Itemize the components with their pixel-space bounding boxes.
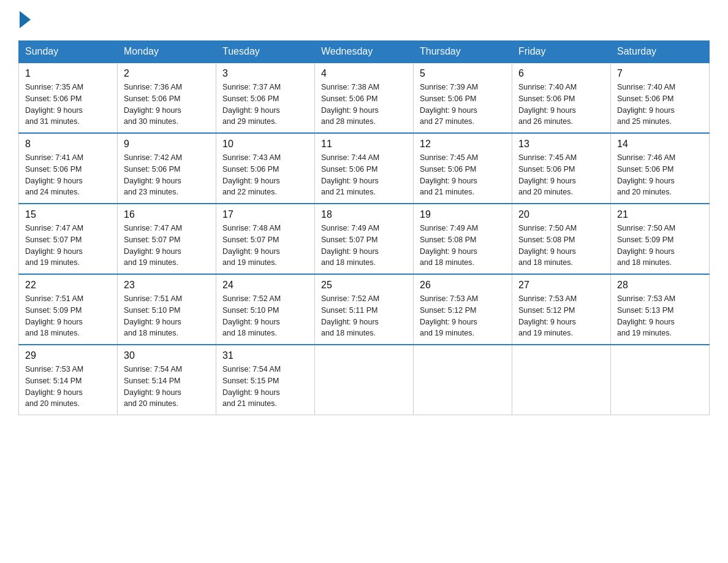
day-info: Sunrise: 7:47 AM Sunset: 5:07 PM Dayligh… [25, 223, 111, 269]
day-number: 19 [420, 209, 506, 220]
day-info: Sunrise: 7:51 AM Sunset: 5:10 PM Dayligh… [124, 293, 210, 339]
calendar-cell: 19 Sunrise: 7:49 AM Sunset: 5:08 PM Dayl… [414, 204, 512, 274]
calendar-week-row: 29 Sunrise: 7:53 AM Sunset: 5:14 PM Dayl… [19, 345, 710, 415]
day-number: 3 [222, 68, 308, 79]
calendar-cell: 22 Sunrise: 7:51 AM Sunset: 5:09 PM Dayl… [19, 274, 118, 345]
day-info: Sunrise: 7:35 AM Sunset: 5:06 PM Dayligh… [25, 82, 111, 128]
calendar-table: SundayMondayTuesdayWednesdayThursdayFrid… [18, 40, 710, 415]
calendar-cell: 7 Sunrise: 7:40 AM Sunset: 5:06 PM Dayli… [611, 63, 710, 133]
calendar-cell: 25 Sunrise: 7:52 AM Sunset: 5:11 PM Dayl… [315, 274, 414, 345]
day-info: Sunrise: 7:53 AM Sunset: 5:13 PM Dayligh… [617, 293, 703, 339]
day-number: 5 [420, 68, 506, 79]
calendar-cell [414, 345, 512, 415]
calendar-cell: 29 Sunrise: 7:53 AM Sunset: 5:14 PM Dayl… [19, 345, 118, 415]
day-number: 29 [25, 350, 111, 361]
calendar-week-row: 15 Sunrise: 7:47 AM Sunset: 5:07 PM Dayl… [19, 204, 710, 274]
calendar-cell: 10 Sunrise: 7:43 AM Sunset: 5:06 PM Dayl… [216, 133, 315, 204]
day-info: Sunrise: 7:49 AM Sunset: 5:08 PM Dayligh… [420, 223, 506, 269]
day-number: 24 [222, 280, 308, 291]
day-number: 1 [25, 68, 111, 79]
day-info: Sunrise: 7:53 AM Sunset: 5:12 PM Dayligh… [420, 293, 506, 339]
day-number: 14 [617, 139, 703, 150]
calendar-cell [512, 345, 611, 415]
calendar-cell: 23 Sunrise: 7:51 AM Sunset: 5:10 PM Dayl… [118, 274, 216, 345]
day-number: 9 [124, 139, 210, 150]
day-number: 10 [222, 139, 308, 150]
calendar-cell: 12 Sunrise: 7:45 AM Sunset: 5:06 PM Dayl… [414, 133, 512, 204]
day-info: Sunrise: 7:51 AM Sunset: 5:09 PM Dayligh… [25, 293, 111, 339]
calendar-cell: 26 Sunrise: 7:53 AM Sunset: 5:12 PM Dayl… [414, 274, 512, 345]
calendar-cell: 4 Sunrise: 7:38 AM Sunset: 5:06 PM Dayli… [315, 63, 414, 133]
day-info: Sunrise: 7:54 AM Sunset: 5:14 PM Dayligh… [124, 364, 210, 410]
day-number: 11 [321, 139, 407, 150]
weekday-header-tuesday: Tuesday [216, 41, 315, 63]
day-number: 18 [321, 209, 407, 220]
calendar-header-row: SundayMondayTuesdayWednesdayThursdayFrid… [19, 41, 710, 63]
day-number: 27 [518, 280, 604, 291]
day-info: Sunrise: 7:39 AM Sunset: 5:06 PM Dayligh… [420, 82, 506, 128]
day-info: Sunrise: 7:54 AM Sunset: 5:15 PM Dayligh… [222, 364, 308, 410]
calendar-cell: 28 Sunrise: 7:53 AM Sunset: 5:13 PM Dayl… [611, 274, 710, 345]
day-number: 26 [420, 280, 506, 291]
calendar-cell: 5 Sunrise: 7:39 AM Sunset: 5:06 PM Dayli… [414, 63, 512, 133]
day-info: Sunrise: 7:46 AM Sunset: 5:06 PM Dayligh… [617, 152, 703, 198]
calendar-cell: 13 Sunrise: 7:45 AM Sunset: 5:06 PM Dayl… [512, 133, 611, 204]
calendar-cell: 30 Sunrise: 7:54 AM Sunset: 5:14 PM Dayl… [118, 345, 216, 415]
day-info: Sunrise: 7:50 AM Sunset: 5:08 PM Dayligh… [518, 223, 604, 269]
day-number: 28 [617, 280, 703, 291]
day-number: 17 [222, 209, 308, 220]
day-info: Sunrise: 7:43 AM Sunset: 5:06 PM Dayligh… [222, 152, 308, 198]
calendar-cell: 18 Sunrise: 7:49 AM Sunset: 5:07 PM Dayl… [315, 204, 414, 274]
calendar-cell: 24 Sunrise: 7:52 AM Sunset: 5:10 PM Dayl… [216, 274, 315, 345]
day-number: 31 [222, 350, 308, 361]
calendar-cell: 3 Sunrise: 7:37 AM Sunset: 5:06 PM Dayli… [216, 63, 315, 133]
calendar-week-row: 22 Sunrise: 7:51 AM Sunset: 5:09 PM Dayl… [19, 274, 710, 345]
calendar-cell: 20 Sunrise: 7:50 AM Sunset: 5:08 PM Dayl… [512, 204, 611, 274]
day-number: 2 [124, 68, 210, 79]
weekday-header-friday: Friday [512, 41, 611, 63]
day-info: Sunrise: 7:36 AM Sunset: 5:06 PM Dayligh… [124, 82, 210, 128]
calendar-cell [315, 345, 414, 415]
calendar-cell: 9 Sunrise: 7:42 AM Sunset: 5:06 PM Dayli… [118, 133, 216, 204]
page-header [18, 12, 710, 28]
logo [18, 12, 31, 28]
day-number: 13 [518, 139, 604, 150]
day-info: Sunrise: 7:49 AM Sunset: 5:07 PM Dayligh… [321, 223, 407, 269]
day-info: Sunrise: 7:45 AM Sunset: 5:06 PM Dayligh… [420, 152, 506, 198]
calendar-cell: 8 Sunrise: 7:41 AM Sunset: 5:06 PM Dayli… [19, 133, 118, 204]
day-number: 16 [124, 209, 210, 220]
day-info: Sunrise: 7:52 AM Sunset: 5:10 PM Dayligh… [222, 293, 308, 339]
day-info: Sunrise: 7:37 AM Sunset: 5:06 PM Dayligh… [222, 82, 308, 128]
day-info: Sunrise: 7:41 AM Sunset: 5:06 PM Dayligh… [25, 152, 111, 198]
calendar-cell: 6 Sunrise: 7:40 AM Sunset: 5:06 PM Dayli… [512, 63, 611, 133]
day-number: 6 [518, 68, 604, 79]
day-info: Sunrise: 7:53 AM Sunset: 5:12 PM Dayligh… [518, 293, 604, 339]
day-info: Sunrise: 7:50 AM Sunset: 5:09 PM Dayligh… [617, 223, 703, 269]
calendar-week-row: 1 Sunrise: 7:35 AM Sunset: 5:06 PM Dayli… [19, 63, 710, 133]
day-info: Sunrise: 7:47 AM Sunset: 5:07 PM Dayligh… [124, 223, 210, 269]
weekday-header-wednesday: Wednesday [315, 41, 414, 63]
day-number: 25 [321, 280, 407, 291]
weekday-header-saturday: Saturday [611, 41, 710, 63]
calendar-cell: 21 Sunrise: 7:50 AM Sunset: 5:09 PM Dayl… [611, 204, 710, 274]
day-number: 23 [124, 280, 210, 291]
calendar-cell: 31 Sunrise: 7:54 AM Sunset: 5:15 PM Dayl… [216, 345, 315, 415]
day-number: 30 [124, 350, 210, 361]
calendar-cell: 1 Sunrise: 7:35 AM Sunset: 5:06 PM Dayli… [19, 63, 118, 133]
day-info: Sunrise: 7:44 AM Sunset: 5:06 PM Dayligh… [321, 152, 407, 198]
calendar-cell: 15 Sunrise: 7:47 AM Sunset: 5:07 PM Dayl… [19, 204, 118, 274]
day-number: 8 [25, 139, 111, 150]
calendar-cell: 14 Sunrise: 7:46 AM Sunset: 5:06 PM Dayl… [611, 133, 710, 204]
calendar-cell: 27 Sunrise: 7:53 AM Sunset: 5:12 PM Dayl… [512, 274, 611, 345]
calendar-cell: 11 Sunrise: 7:44 AM Sunset: 5:06 PM Dayl… [315, 133, 414, 204]
logo-arrow-icon [20, 11, 31, 28]
day-number: 22 [25, 280, 111, 291]
day-info: Sunrise: 7:52 AM Sunset: 5:11 PM Dayligh… [321, 293, 407, 339]
weekday-header-monday: Monday [118, 41, 216, 63]
day-info: Sunrise: 7:48 AM Sunset: 5:07 PM Dayligh… [222, 223, 308, 269]
calendar-cell: 2 Sunrise: 7:36 AM Sunset: 5:06 PM Dayli… [118, 63, 216, 133]
day-number: 21 [617, 209, 703, 220]
calendar-week-row: 8 Sunrise: 7:41 AM Sunset: 5:06 PM Dayli… [19, 133, 710, 204]
weekday-header-sunday: Sunday [19, 41, 118, 63]
day-info: Sunrise: 7:40 AM Sunset: 5:06 PM Dayligh… [518, 82, 604, 128]
